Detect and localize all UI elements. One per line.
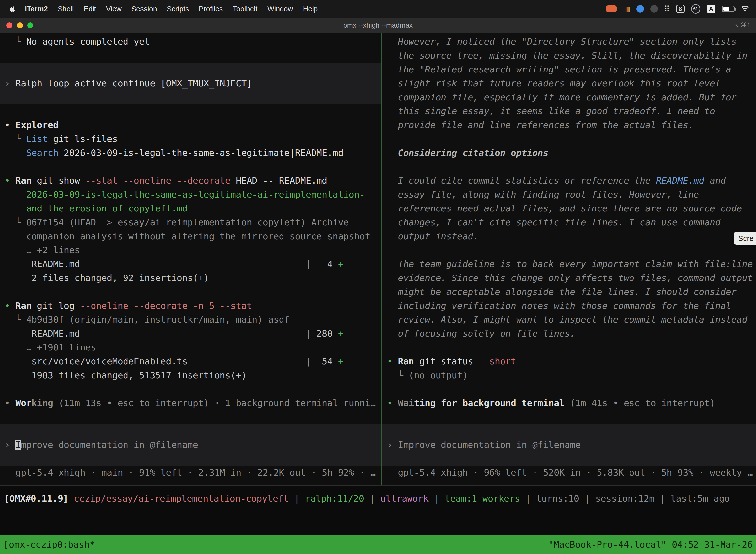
terminal-line: … +1901 lines [0, 340, 381, 354]
menu-item-window[interactable]: Window [267, 5, 293, 13]
apple-menu[interactable] [10, 6, 15, 12]
dark-app-icon[interactable] [650, 5, 658, 13]
terminal-line [0, 382, 381, 396]
key-8-icon[interactable]: 8 [676, 5, 685, 13]
terminal-line: this single essay, it seems like a good … [382, 104, 756, 118]
terminal-line: Search 2026-03-09-is-legal-the-same-as-l… [0, 146, 381, 160]
terminal-line: review. Also, I might want to inspect th… [382, 313, 756, 327]
prompt-input[interactable]: › Improve documentation in @filename [382, 438, 756, 452]
terminal-line: might be acceptable alongside the file l… [382, 285, 756, 299]
menu-item-scripts[interactable]: Scripts [167, 5, 189, 13]
terminal-line [0, 285, 381, 299]
waiting-status-line: • Waiting for background terminal (1m 41… [382, 396, 756, 410]
tmux-status-bar: [omx-cczip0:bash* "MacBook-Pro-44.local"… [0, 535, 756, 554]
screen-tooltip[interactable]: Scre [734, 232, 756, 245]
dots-grid-icon[interactable]: ⠿ [664, 5, 670, 13]
terminal-line: └ List git ls-files [0, 132, 381, 146]
terminal-line [0, 49, 381, 63]
menu-item-toolbelt[interactable]: Toolbelt [233, 5, 257, 13]
screen-recording-icon[interactable] [606, 5, 617, 12]
apple-icon [10, 6, 15, 12]
status-segment [68, 493, 74, 504]
terminal-line: The team guideline is to back every impo… [382, 257, 756, 271]
terminal-pane-right[interactable]: However, I noticed the "Directory Struct… [382, 33, 756, 486]
status-segment: cczip/essay/ai-reimplementation-copyleft [74, 493, 289, 504]
terminal-line: of focusing solely on file lines. [382, 327, 756, 340]
status-segment: last:5m ago [671, 493, 730, 504]
terminal-line [0, 452, 381, 466]
terminal-line: companion analysis without altering the … [0, 229, 381, 243]
terminal-line: changes, I can't cite specific file line… [382, 215, 756, 229]
terminal-line: • Ran git show --stat --oneline --decora… [0, 174, 381, 188]
terminal-line [0, 63, 381, 76]
thinking-heading: Considering citation options [382, 146, 756, 160]
traffic-lights [0, 22, 33, 28]
menu-item-iterm2[interactable]: iTerm2 [25, 5, 48, 13]
terminal-line: evidence. Since this change only affects… [382, 271, 756, 285]
terminal-pane-left[interactable]: └ No agents completed yet› Ralph loop ac… [0, 33, 381, 486]
context-stats-line: gpt-5.4 xhigh · 96% left · 520K in · 5.8… [382, 466, 756, 480]
context-stats-line: gpt-5.4 xhigh · main · 91% left · 2.31M … [0, 466, 381, 480]
terminal-line: … +2 lines [0, 243, 381, 257]
menu-item-profiles[interactable]: Profiles [199, 5, 223, 13]
terminal-line: output instead. [382, 229, 756, 243]
terminal-line: • Explored [0, 118, 381, 132]
status-segment: | [364, 493, 380, 504]
terminal-line: src/voice/voiceModeEnabled.ts | 54 + [0, 354, 381, 368]
terminal-line: companion file, especially if more comme… [382, 90, 756, 104]
terminal-line [382, 160, 756, 174]
menu-bar: iTerm2ShellEditViewSessionScriptsProfile… [0, 0, 756, 18]
omx-status-line: [OMX#0.11.9] cczip/essay/ai-reimplementa… [0, 486, 756, 507]
terminal-line: README.md | 4 + [0, 257, 381, 271]
window-title-bar[interactable]: omx --xhigh --madmax ⌥⌘1 [0, 18, 756, 33]
terminal-line: However, I noticed the "Directory Struct… [382, 35, 756, 49]
blue-app-icon[interactable] [636, 5, 644, 13]
menu-item-edit[interactable]: Edit [83, 5, 96, 13]
menu-items: iTerm2ShellEditViewSessionScriptsProfile… [25, 5, 318, 13]
terminal-line: └ No agents completed yet [0, 35, 381, 49]
terminal: └ No agents completed yet› Ralph loop ac… [0, 33, 756, 486]
close-button[interactable] [6, 22, 12, 28]
battery-icon[interactable] [722, 6, 735, 12]
terminal-line: including verification notes with those … [382, 299, 756, 313]
terminal-line [0, 104, 381, 118]
status-segment: turns:10 [536, 493, 579, 504]
tmux-session-label: [omx-cczip0:bash* [3, 539, 95, 550]
terminal-line [382, 424, 756, 438]
terminal-line [0, 424, 381, 438]
terminal-line [382, 410, 756, 424]
tmux-host-clock: "MacBook-Pro-44.local" 04:52 31-Mar-26 [548, 539, 753, 550]
terminal-line: the source tree, missing the essay. Stil… [382, 49, 756, 63]
input-source-icon[interactable]: A [707, 5, 715, 13]
wifi-icon[interactable] [741, 6, 749, 12]
terminal-line: README.md | 280 + [0, 327, 381, 340]
terminal-line [382, 382, 756, 396]
terminal-line [382, 243, 756, 257]
terminal-line: 2026-03-09-is-legal-the-same-as-legitima… [0, 188, 381, 202]
battery-percent-icon[interactable]: 61 [691, 4, 700, 14]
terminal-line: slight risk that future readers may over… [382, 76, 756, 90]
zoom-button[interactable] [27, 22, 33, 28]
status-segment: | [654, 493, 671, 504]
grid-icon[interactable]: ▦ [623, 5, 630, 13]
status-segment: ralph:11/20 [305, 493, 364, 504]
terminal-line: • Ran git log --oneline --decorate -n 5 … [0, 299, 381, 313]
terminal-line: I could cite commit statistics or refere… [382, 174, 756, 188]
terminal-line: 1903 files changed, 513517 insertions(+) [0, 368, 381, 382]
terminal-line [0, 90, 381, 104]
menu-item-view[interactable]: View [106, 5, 121, 13]
terminal-line: └ 4b9d30f (origin/main, instructkr/main,… [0, 313, 381, 327]
status-segment: | [520, 493, 536, 504]
terminal-line: provide file and line references from th… [382, 118, 756, 132]
bottom-gap [0, 507, 756, 535]
menu-item-session[interactable]: Session [131, 5, 157, 13]
prompt-input[interactable]: › Improve documentation in @filename [0, 438, 381, 452]
status-segment: | [579, 493, 595, 504]
menu-item-help[interactable]: Help [303, 5, 318, 13]
minimize-button[interactable] [17, 22, 23, 28]
menu-item-shell[interactable]: Shell [58, 5, 74, 13]
ralph-loop-banner: › Ralph loop active continue [OMX_TMUX_I… [0, 76, 381, 90]
terminal-line: essay file, along with finding root file… [382, 188, 756, 202]
screen: iTerm2ShellEditViewSessionScriptsProfile… [0, 0, 756, 554]
terminal-line: └ (no output) [382, 368, 756, 382]
